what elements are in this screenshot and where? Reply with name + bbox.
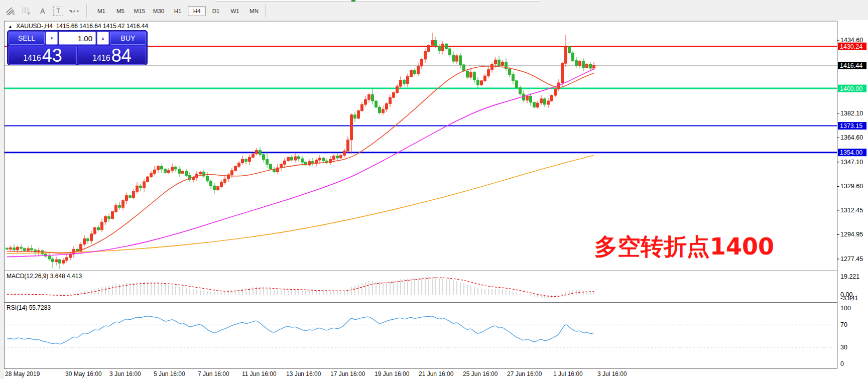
volume-input[interactable]	[59, 32, 96, 45]
bid-big-digits: 43	[42, 47, 62, 64]
svg-text:21 Jun 16:00: 21 Jun 16:00	[419, 370, 454, 377]
ask-prefix: 1416	[92, 54, 110, 62]
toolbar: E F A T M1 M5 M15 M30 H1 H4 D1 W1 MN	[0, 2, 868, 20]
rsi-label: RSI(14) 55.7283	[7, 304, 51, 311]
sell-button[interactable]: SELL	[9, 32, 45, 45]
svg-text:27 Jun 16:00: 27 Jun 16:00	[507, 370, 542, 377]
tf-button-d1[interactable]: D1	[207, 6, 225, 16]
toolbar-separator	[265, 5, 266, 18]
ohlc-readout: 1415.66 1416.64 1415.42 1416.44	[56, 23, 149, 30]
svg-text:1364.60: 1364.60	[840, 134, 863, 141]
tf-button-m1[interactable]: M1	[92, 6, 110, 16]
time-axis: 28 May 201930 May 16:003 Jun 16:005 Jun …	[5, 370, 627, 377]
svg-text:30: 30	[840, 344, 847, 351]
macd-label: MACD(12,26,9) 3.648 4.413	[7, 273, 82, 280]
arrow-tools-icon[interactable]	[68, 6, 79, 17]
svg-text:1277.45: 1277.45	[840, 256, 863, 263]
timeframe-toolbar: M1 M5 M15 M30 H1 H4 D1 W1 MN	[89, 6, 263, 16]
text-label-icon[interactable]: T	[53, 7, 63, 16]
tf-button-h4[interactable]: H4	[188, 6, 206, 16]
svg-text:1329.60: 1329.60	[840, 183, 863, 190]
svg-text:E: E	[13, 12, 15, 16]
chart-title-bar: ▲ XAUUSD-,H4 1415.66 1416.64 1415.42 141…	[8, 23, 148, 30]
collapse-icon[interactable]: ▲	[8, 24, 13, 29]
svg-text:0: 0	[840, 360, 844, 367]
bid-quote-button[interactable]: 1416 43	[9, 46, 77, 65]
svg-text:7 Jun 16:00: 7 Jun 16:00	[198, 370, 229, 377]
svg-text:1373.15: 1373.15	[840, 122, 862, 130]
svg-text:28 May 2019: 28 May 2019	[5, 370, 40, 377]
one-click-trading-panel: SELL ▼ ▲ BUY 1416 43 1416 84	[7, 30, 148, 65]
ask-quote-button[interactable]: 1416 84	[78, 46, 146, 65]
svg-text:100: 100	[840, 305, 851, 312]
svg-text:30 May 16:00: 30 May 16:00	[65, 370, 102, 377]
chart-window: ▲ XAUUSD-,H4 1415.66 1416.64 1415.42 141…	[4, 20, 868, 379]
volume-decrease-button[interactable]: ▼	[46, 32, 58, 45]
ask-big-digits: 84	[111, 47, 132, 64]
svg-text:5 Jun 16:00: 5 Jun 16:00	[154, 370, 185, 377]
svg-text:1354.00: 1354.00	[840, 149, 862, 156]
svg-text:19 Jun 16:00: 19 Jun 16:00	[375, 370, 410, 377]
toolbar-separator	[86, 5, 87, 18]
svg-text:1382.10: 1382.10	[840, 110, 863, 117]
tf-button-m15[interactable]: M15	[131, 6, 149, 16]
svg-text:F: F	[28, 12, 30, 16]
bid-prefix: 1416	[23, 54, 41, 62]
tf-button-m5[interactable]: M5	[111, 6, 130, 16]
text-icon[interactable]: A	[37, 6, 48, 17]
svg-text:1400.00: 1400.00	[840, 85, 862, 92]
annotation-layer: 多空转折点1400	[594, 233, 774, 260]
svg-text:70: 70	[840, 321, 847, 328]
svg-text:11 Jun 16:00: 11 Jun 16:00	[242, 370, 277, 377]
top-strip-icon-fragment	[351, 0, 355, 2]
svg-text:3 Jun 16:00: 3 Jun 16:00	[109, 370, 141, 377]
svg-text:1312.45: 1312.45	[840, 207, 863, 214]
chart-canvas[interactable]: 1434.601382.101364.601347.101329.601312.…	[4, 20, 868, 379]
tf-button-m30[interactable]: M30	[150, 6, 168, 16]
svg-text:1 Jul 16:00: 1 Jul 16:00	[553, 370, 583, 377]
tf-button-h1[interactable]: H1	[169, 6, 187, 16]
svg-text:25 Jun 16:00: 25 Jun 16:00	[463, 370, 498, 377]
svg-text:13 Jun 16:00: 13 Jun 16:00	[286, 370, 321, 377]
annotation-text: 多空转折点1400	[594, 233, 774, 260]
svg-text:1347.10: 1347.10	[840, 159, 863, 166]
symbol-period-label: XAUUSD-,H4	[16, 23, 53, 30]
fibonacci-icon[interactable]: F	[21, 6, 32, 17]
equidistant-channel-icon[interactable]: E	[5, 6, 16, 17]
svg-text:1430.24: 1430.24	[840, 43, 862, 50]
svg-text:3 Jul 16:00: 3 Jul 16:00	[597, 370, 627, 377]
svg-text:17 Jun 16:00: 17 Jun 16:00	[330, 370, 365, 377]
tf-button-w1[interactable]: W1	[226, 6, 244, 16]
buy-button[interactable]: BUY	[110, 32, 146, 45]
svg-text:1294.95: 1294.95	[840, 231, 863, 238]
volume-increase-button[interactable]: ▲	[97, 32, 109, 45]
svg-text:1416.44: 1416.44	[840, 62, 862, 69]
svg-text:-3.841: -3.841	[840, 295, 858, 302]
svg-text:19.221: 19.221	[840, 273, 859, 280]
line-studies-toolbar: E F A T	[0, 6, 84, 17]
tf-button-mn[interactable]: MN	[245, 6, 263, 16]
